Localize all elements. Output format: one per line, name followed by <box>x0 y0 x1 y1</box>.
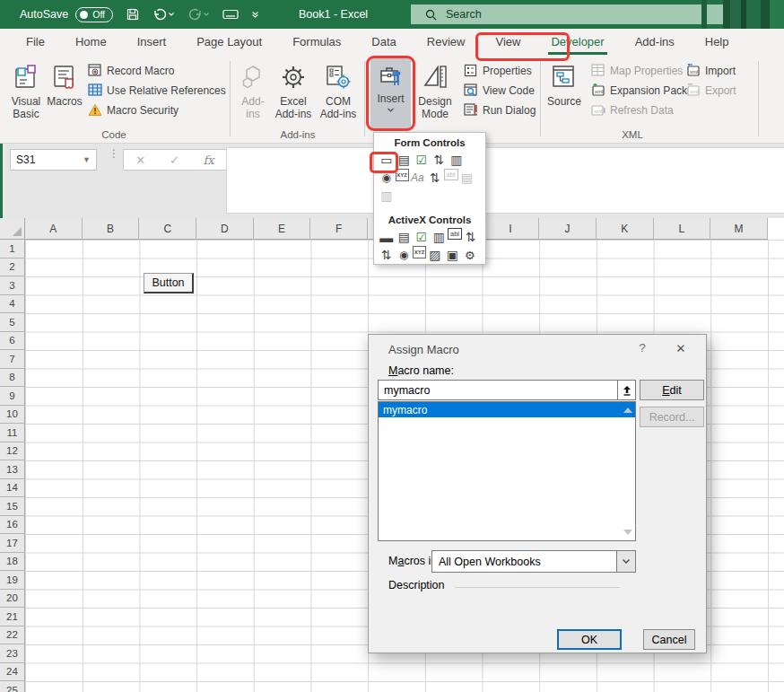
macro-list[interactable]: mymacro <box>378 401 636 541</box>
macro-list-item[interactable]: mymacro <box>379 402 635 417</box>
redo-button[interactable] <box>187 7 210 22</box>
export-button[interactable]: xml Export <box>685 81 736 100</box>
label-icon[interactable]: XYZ <box>413 246 426 258</box>
tab-help[interactable]: Help <box>690 29 745 56</box>
button-icon[interactable]: ▭ <box>378 151 396 169</box>
row-header-12[interactable]: 12 <box>0 442 25 461</box>
name-box[interactable]: S31 ▼ <box>10 149 97 171</box>
row-header-8[interactable]: 8 <box>0 369 25 388</box>
addins-button[interactable]: Add-ins <box>235 57 271 140</box>
view-code-button[interactable]: View Code <box>463 81 535 100</box>
check-box-icon[interactable]: ☑ <box>413 228 431 246</box>
row-header-21[interactable]: 21 <box>0 608 25 626</box>
row-header-23[interactable]: 23 <box>0 644 25 663</box>
row-header-10[interactable]: 10 <box>0 406 25 425</box>
row-header-4[interactable]: 4 <box>0 295 25 314</box>
row-header-6[interactable]: 6 <box>0 332 25 351</box>
macros-button[interactable]: Macros <box>46 57 83 140</box>
column-header-L[interactable]: L <box>654 218 711 240</box>
row-header-16[interactable]: 16 <box>0 516 25 535</box>
command-button-icon[interactable]: ▬ <box>378 228 396 246</box>
cancel-formula-icon[interactable]: ✕ <box>135 153 145 167</box>
row-header-18[interactable]: 18 <box>0 553 25 572</box>
record-button[interactable]: Record... <box>640 407 704 427</box>
macros-in-dropdown[interactable]: All Open Workbooks <box>431 550 636 573</box>
tab-review[interactable]: Review <box>412 29 481 56</box>
import-button[interactable]: xml Import <box>685 61 736 80</box>
label-icon[interactable]: XYZ <box>396 169 409 181</box>
scroll-bar-icon[interactable]: ⇅ <box>378 246 396 264</box>
row-header-9[interactable]: 9 <box>0 387 25 406</box>
list-box-icon[interactable]: ▥ <box>431 228 449 246</box>
insert-function-icon[interactable]: fx <box>203 153 213 167</box>
toggle-button-icon[interactable]: ▣ <box>444 246 462 264</box>
tab-insert[interactable]: Insert <box>122 29 182 56</box>
ok-button[interactable]: OK <box>557 629 622 650</box>
formula-bar-grip[interactable]: ⋮ <box>109 151 119 156</box>
more-controls-icon[interactable]: ⚙ <box>461 246 479 264</box>
row-header-3[interactable]: 3 <box>0 276 25 295</box>
row-header-2[interactable]: 2 <box>0 258 25 277</box>
combo-box-icon[interactable]: ▤ <box>396 228 414 246</box>
scroll-bar-icon[interactable]: ⇅ <box>426 169 444 187</box>
column-header-M[interactable]: M <box>710 218 768 240</box>
properties-button[interactable]: Properties <box>463 61 532 80</box>
column-header-I[interactable]: I <box>483 218 540 240</box>
column-header-A[interactable]: A <box>25 218 83 240</box>
column-header-D[interactable]: D <box>196 218 254 240</box>
column-header-J[interactable]: J <box>539 218 597 240</box>
column-header-E[interactable]: E <box>254 218 311 240</box>
refresh-data-button[interactable]: xml Refresh Data <box>590 101 674 119</box>
design-mode-button[interactable]: Design Mode <box>414 57 457 140</box>
group-box-icon[interactable]: Aa <box>409 169 427 187</box>
tab-home[interactable]: Home <box>60 29 122 56</box>
row-header-13[interactable]: 13 <box>0 460 25 479</box>
row-header-20[interactable]: 20 <box>0 590 25 609</box>
row-header-7[interactable]: 7 <box>0 350 25 369</box>
row-header-19[interactable]: 19 <box>0 571 25 590</box>
spin-button-icon[interactable]: ⇅ <box>462 228 480 246</box>
row-header-24[interactable]: 24 <box>0 663 25 682</box>
tab-page-layout[interactable]: Page Layout <box>181 29 277 56</box>
spin-button-icon[interactable]: ⇅ <box>431 151 449 169</box>
row-header-15[interactable]: 15 <box>0 497 25 516</box>
visual-basic-button[interactable]: Visual Basic <box>7 57 45 140</box>
row-header-1[interactable]: 1 <box>0 240 25 258</box>
map-properties-button[interactable]: Map Properties <box>590 61 683 80</box>
select-all-corner[interactable] <box>0 218 25 240</box>
check-box-icon[interactable]: ☑ <box>413 151 431 169</box>
tab-add-ins[interactable]: Add-ins <box>620 29 690 56</box>
macro-security-button[interactable]: Macro Security <box>87 101 179 119</box>
column-header-K[interactable]: K <box>597 218 654 240</box>
scroll-down-icon[interactable] <box>623 530 632 535</box>
column-header-B[interactable]: B <box>83 218 140 240</box>
column-header-F[interactable]: F <box>310 218 368 240</box>
dropdown-button[interactable] <box>616 551 635 572</box>
dialog-close-button[interactable]: ✕ <box>672 341 690 355</box>
expansion-packs-button[interactable]: xml Expansion Packs <box>590 81 693 100</box>
com-addins-button[interactable]: COM Add-ins <box>316 57 361 140</box>
option-button-icon[interactable]: ◉ <box>396 246 414 264</box>
search-input[interactable]: Search <box>411 4 710 24</box>
macro-name-up-button[interactable] <box>617 381 635 399</box>
row-header-5[interactable]: 5 <box>0 313 25 332</box>
tab-view[interactable]: View <box>480 29 536 56</box>
text-box-icon[interactable]: abl <box>448 228 462 240</box>
list-box-icon[interactable]: ▥ <box>448 151 466 169</box>
column-header-C[interactable]: C <box>139 218 196 240</box>
tab-developer[interactable]: Developer <box>536 29 619 56</box>
run-dialog-button[interactable]: Run Dialog <box>463 101 536 119</box>
source-button[interactable]: Source <box>544 57 584 140</box>
option-button-icon[interactable]: ◉ <box>378 169 396 187</box>
enter-formula-icon[interactable]: ✓ <box>170 153 179 167</box>
row-header-25[interactable]: 25 <box>0 681 25 692</box>
touch-mouse-mode-button[interactable] <box>222 8 239 21</box>
tab-data[interactable]: Data <box>356 29 411 56</box>
scroll-up-icon[interactable] <box>623 407 632 413</box>
form-button-control[interactable]: Button <box>144 273 194 293</box>
name-box-dropdown-icon[interactable]: ▼ <box>83 155 91 164</box>
row-header-11[interactable]: 11 <box>0 424 25 442</box>
edit-button[interactable]: Edit <box>640 380 704 400</box>
row-header-17[interactable]: 17 <box>0 534 25 553</box>
combo-box-icon[interactable]: ▤ <box>396 151 414 169</box>
